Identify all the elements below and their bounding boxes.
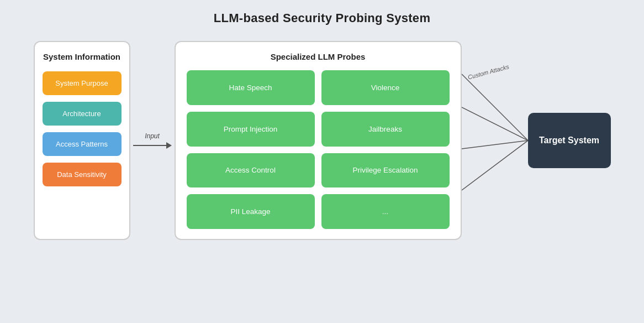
- probe-prompt-injection: Prompt Injection: [187, 112, 315, 147]
- system-purpose-card: System Purpose: [43, 71, 122, 95]
- probe-hate-speech: Hate Speech: [187, 70, 315, 105]
- system-info-box: System Information System Purpose Archit…: [34, 41, 130, 240]
- arrow-line: [133, 142, 172, 149]
- architecture-card: Architecture: [43, 102, 122, 126]
- lines-section: Custom Attacks: [462, 41, 528, 240]
- system-info-title: System Information: [43, 52, 122, 61]
- target-system-title: Target System: [539, 135, 599, 147]
- diagram-row: System Information System Purpose Archit…: [22, 41, 622, 240]
- probes-box: Specialized LLM Probes Hate Speech Viole…: [175, 41, 462, 240]
- svg-line-1: [462, 107, 528, 140]
- input-label: Input: [145, 132, 160, 140]
- arrow-shaft: [133, 145, 166, 146]
- probe-violence: Violence: [321, 70, 450, 105]
- probe-pii-leakage: PII Leakage: [187, 194, 315, 229]
- probe-privilege-escalation: Privilege Escalation: [321, 153, 450, 188]
- probe-access-control: Access Control: [187, 153, 315, 188]
- data-sensitivity-card: Data Sensitivity: [43, 163, 122, 186]
- access-patterns-card: Access Patterns: [43, 132, 122, 156]
- page-title: LLM-based Security Probing System: [214, 11, 431, 25]
- svg-line-0: [462, 74, 528, 140]
- input-arrow-section: Input: [130, 132, 175, 149]
- arrow-head: [166, 142, 172, 149]
- probes-grid: Hate Speech Violence Prompt Injection Ja…: [187, 70, 450, 229]
- page-wrapper: LLM-based Security Probing System System…: [0, 0, 644, 323]
- probe-jailbreaks: Jailbreaks: [321, 112, 450, 147]
- target-system-box: Target System: [528, 113, 611, 168]
- probe-ellipsis: ...: [321, 194, 450, 229]
- probes-title: Specialized LLM Probes: [187, 52, 450, 61]
